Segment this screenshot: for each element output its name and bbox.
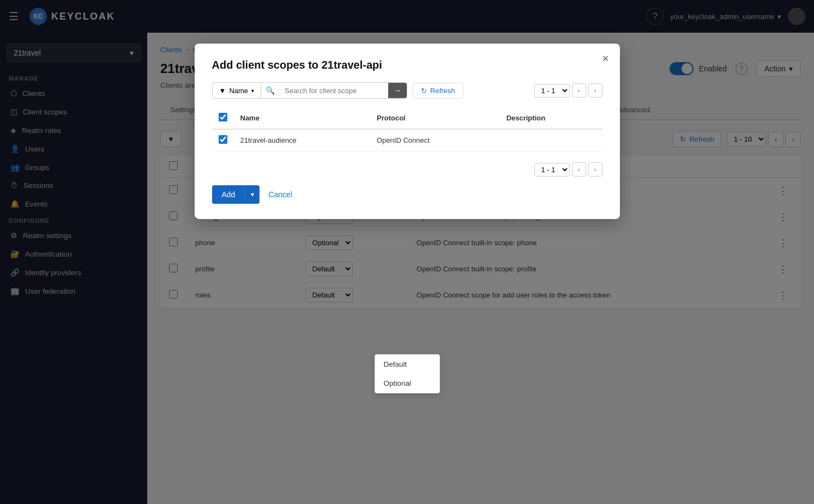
modal-select-all-checkbox[interactable] (219, 113, 227, 122)
modal-search-go-button[interactable]: → (388, 83, 407, 98)
add-dropdown-button[interactable]: ▾ (245, 185, 260, 204)
modal-title: Add client scopes to 21travel-api (212, 59, 602, 71)
modal-pagination: 1 - 1 ‹ › (534, 83, 602, 98)
modal-row-description (500, 129, 602, 151)
modal-footer-next-button[interactable]: › (588, 162, 602, 177)
modal-refresh-button[interactable]: ↻ Refresh (413, 83, 463, 99)
modal-row-checkbox[interactable] (219, 135, 227, 144)
cancel-button[interactable]: Cancel (266, 186, 294, 203)
dropdown-item-optional[interactable]: Optional (375, 374, 439, 393)
dropdown-item-default[interactable]: Default (375, 355, 439, 374)
modal-row-name: 21travel-audience (234, 129, 370, 151)
modal-col-name: Name (234, 107, 370, 129)
add-client-scopes-modal: Add client scopes to 21travel-api × ▼ Na… (195, 44, 620, 219)
modal-filter-label[interactable]: ▼ Name ▾ (213, 83, 262, 98)
modal-footer-page-select[interactable]: 1 - 1 (534, 163, 570, 177)
filter-dropdown-icon: ▾ (251, 88, 254, 94)
modal-table: Name Protocol Description 21travel-audie… (212, 107, 602, 151)
modal-page-select[interactable]: 1 - 1 (534, 84, 570, 98)
modal-table-row: 21travel-audience OpenID Connect (212, 129, 602, 151)
modal-footer-pagination: 1 - 1 ‹ › (534, 162, 602, 177)
modal-overlay[interactable]: Add client scopes to 21travel-api × ▼ Na… (0, 0, 814, 504)
modal-toolbar: ▼ Name ▾ 🔍 → ↻ Refresh 1 - 1 ‹ › (212, 82, 602, 99)
add-button-wrap: Add ▾ (212, 185, 260, 204)
modal-footer: Add ▾ Cancel (212, 185, 602, 204)
modal-prev-button[interactable]: ‹ (572, 83, 586, 98)
modal-col-protocol: Protocol (370, 107, 500, 129)
add-type-dropdown: Default Optional (375, 354, 440, 393)
modal-next-button[interactable]: › (588, 83, 602, 98)
search-icon: 🔍 (261, 83, 279, 98)
modal-filter-wrap: ▼ Name ▾ 🔍 → (212, 82, 408, 99)
modal-footer-prev-button[interactable]: ‹ (572, 162, 586, 177)
filter-funnel-icon: ▼ (219, 87, 226, 95)
modal-col-description: Description (500, 107, 602, 129)
modal-row-protocol: OpenID Connect (370, 129, 500, 151)
modal-close-button[interactable]: × (602, 52, 609, 65)
modal-search-input[interactable] (279, 83, 388, 98)
add-button[interactable]: Add (212, 185, 245, 204)
modal-refresh-icon: ↻ (421, 87, 427, 95)
